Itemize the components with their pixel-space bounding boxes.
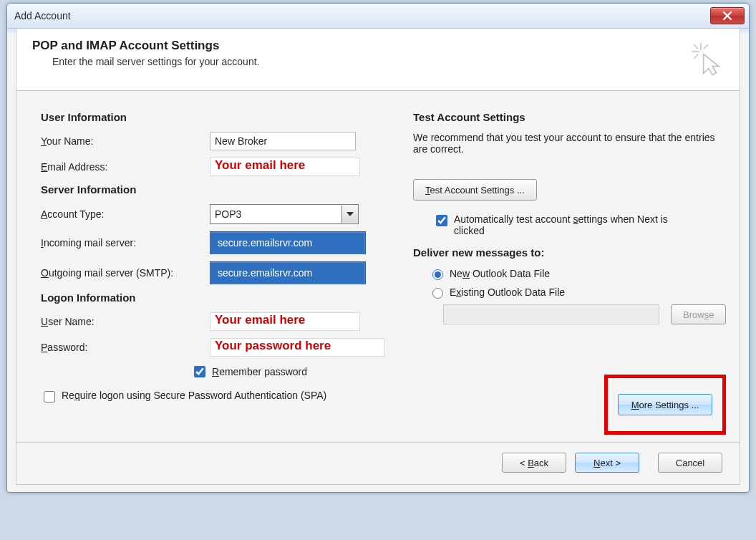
close-button[interactable]: [710, 7, 745, 24]
email-field[interactable]: Your email here: [210, 158, 360, 176]
data-file-path-field: [443, 304, 659, 324]
label-email: Email Address:: [41, 161, 210, 173]
svg-line-3: [704, 44, 708, 49]
label-incoming: Incoming mail server:: [41, 237, 210, 249]
svg-line-2: [694, 44, 698, 49]
wizard-footer: < Back Next > Cancel: [16, 443, 740, 485]
outgoing-server-field[interactable]: secure.emailsrvr.com: [210, 261, 366, 284]
label-account-type: Account Type:: [41, 208, 210, 220]
section-user-info: User Information: [41, 111, 384, 123]
deliver-title: Deliver new messages to:: [413, 246, 726, 259]
test-account-settings-button[interactable]: Test Account Settings ...: [413, 179, 537, 201]
section-test-settings: Test Account Settings: [413, 111, 726, 123]
incoming-server-field[interactable]: secure.emailsrvr.com: [210, 231, 366, 254]
titlebar: Add Account: [7, 4, 749, 29]
radio-new-label: New Outlook Data File: [450, 268, 550, 279]
username-field[interactable]: Your email here: [210, 312, 360, 331]
auto-test-checkbox[interactable]: [436, 215, 447, 226]
spa-checkbox[interactable]: [44, 391, 55, 402]
label-username: User Name:: [41, 316, 210, 327]
window-title: Add Account: [14, 10, 71, 21]
wizard-body: User Information Your Name: Email Addres…: [16, 91, 740, 443]
label-outgoing: Outgoing mail server (SMTP):: [41, 267, 210, 279]
radio-existing-label: Existing Outlook Data File: [450, 286, 565, 298]
right-column: Test Account Settings We recommend that …: [413, 107, 726, 435]
header-subtitle: Enter the mail server settings for your …: [32, 56, 259, 67]
browse-button: Browse: [671, 304, 726, 324]
wizard-header: POP and IMAP Account Settings Enter the …: [16, 29, 740, 91]
more-settings-button[interactable]: More Settings ...: [618, 394, 713, 415]
remember-password-label: Remember password: [212, 366, 307, 377]
spa-label: Require logon using Secure Password Auth…: [62, 390, 326, 401]
next-button[interactable]: Next >: [575, 453, 639, 473]
remember-password-checkbox[interactable]: [194, 366, 205, 377]
account-type-value: POP3: [215, 208, 241, 220]
more-settings-highlight: More Settings ...: [604, 375, 727, 435]
back-button[interactable]: < Back: [502, 453, 566, 473]
your-name-field[interactable]: [210, 132, 356, 150]
add-account-dialog: Add Account POP and IMAP Account Setting…: [6, 3, 750, 493]
left-column: User Information Your Name: Email Addres…: [41, 107, 384, 435]
cursor-spark-icon: [688, 39, 727, 77]
section-logon-info: Logon Information: [41, 291, 384, 304]
cancel-button[interactable]: Cancel: [658, 453, 722, 473]
close-icon: [722, 11, 732, 20]
svg-line-4: [694, 54, 698, 59]
section-server-info: Server Information: [41, 183, 384, 196]
auto-test-label: Automatically test account settings when…: [454, 213, 690, 236]
chevron-down-icon: [341, 206, 358, 223]
account-type-select[interactable]: POP3: [210, 204, 359, 224]
radio-existing-data-file[interactable]: [432, 288, 443, 299]
label-your-name: Your Name:: [41, 135, 210, 147]
header-title: POP and IMAP Account Settings: [32, 39, 259, 53]
test-description: We recommend that you test your account …: [413, 132, 726, 155]
password-field[interactable]: Your password here: [210, 338, 384, 357]
label-password: Password:: [41, 342, 210, 353]
radio-new-data-file[interactable]: [432, 269, 443, 280]
